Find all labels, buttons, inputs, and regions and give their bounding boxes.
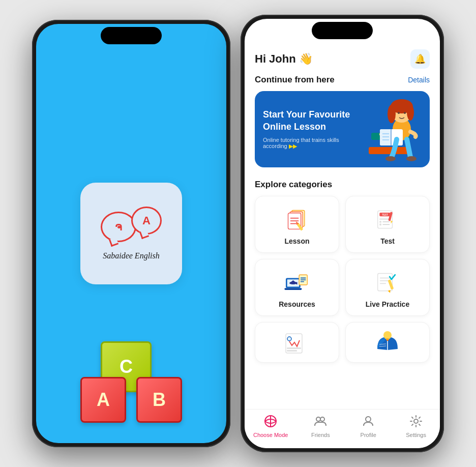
svg-point-64 xyxy=(316,417,320,421)
svg-text:TEST: TEST xyxy=(382,214,388,216)
svg-rect-54 xyxy=(287,347,301,349)
blocks-container: C A B xyxy=(80,341,182,423)
category-card-live-practice[interactable]: Live Practice xyxy=(345,259,430,316)
svg-point-8 xyxy=(398,112,400,114)
svg-rect-43 xyxy=(300,277,306,278)
explore-title: Explore categories xyxy=(255,180,430,190)
dynamic-island-left xyxy=(101,27,162,44)
friends-icon xyxy=(314,415,327,430)
categories-grid: Lesson TEST xyxy=(255,196,430,363)
svg-rect-41 xyxy=(296,282,297,284)
nav-settings[interactable]: Settings xyxy=(401,415,431,438)
banner-arrow: ▶▶ xyxy=(289,143,297,149)
settings-label: Settings xyxy=(406,432,426,438)
svg-point-17 xyxy=(406,156,416,161)
svg-point-65 xyxy=(320,417,324,421)
svg-rect-44 xyxy=(300,279,306,280)
svg-rect-45 xyxy=(300,281,304,282)
resources-label: Resources xyxy=(279,300,315,308)
bubble-right: A xyxy=(131,207,162,235)
choose-mode-label: Choose Mode xyxy=(253,432,288,438)
bottom-nav: Choose Mode Friends xyxy=(245,409,440,448)
app-logo-text: Sabaidee English xyxy=(103,251,160,260)
explore-section: Explore categories xyxy=(245,173,440,409)
block-b: B xyxy=(136,377,182,423)
svg-rect-30 xyxy=(379,221,381,223)
bubble-left: ຈ xyxy=(101,212,136,242)
section-header: Continue from here Details xyxy=(255,75,430,85)
svg-point-6 xyxy=(388,105,396,123)
right-phone: Hi John 👋 🔔 Continue from here Details S… xyxy=(241,15,444,452)
dynamic-island-right xyxy=(312,22,373,39)
profile-icon xyxy=(362,415,375,430)
svg-point-16 xyxy=(385,156,396,161)
category-card-5[interactable] xyxy=(255,322,339,363)
cat6-icon xyxy=(372,331,403,357)
banner-title: Start Your Favourite Online Lesson xyxy=(263,109,350,133)
test-label: Test xyxy=(380,237,395,245)
svg-rect-55 xyxy=(287,350,297,352)
header-greeting: Hi John 👋 xyxy=(255,52,313,66)
right-screen: Hi John 👋 🔔 Continue from here Details S… xyxy=(245,19,440,448)
svg-rect-32 xyxy=(379,223,381,225)
category-card-lesson[interactable]: Lesson xyxy=(255,196,339,253)
category-card-test[interactable]: TEST Test xyxy=(345,196,430,253)
svg-point-9 xyxy=(404,112,406,114)
banner-subtitle: Online tutoring that trains skills accor… xyxy=(263,137,350,150)
lesson-icon xyxy=(282,207,312,232)
profile-label: Profile xyxy=(361,432,376,438)
svg-point-7 xyxy=(407,104,414,121)
svg-rect-0 xyxy=(369,147,409,154)
block-a: A xyxy=(80,377,126,423)
svg-point-57 xyxy=(383,331,392,339)
continue-section: Continue from here Details Start Your Fa… xyxy=(245,75,440,173)
lesson-label: Lesson xyxy=(284,237,309,245)
logo-speech-bubbles: ຈ A xyxy=(101,207,162,247)
svg-rect-38 xyxy=(284,288,302,290)
resources-icon xyxy=(282,270,312,295)
bell-button[interactable]: 🔔 xyxy=(410,49,430,69)
svg-rect-11 xyxy=(380,129,391,145)
cat5-icon xyxy=(282,331,312,357)
nav-choose-mode[interactable]: Choose Mode xyxy=(253,415,288,438)
details-link[interactable]: Details xyxy=(408,76,430,84)
choose-mode-icon xyxy=(264,415,277,430)
svg-rect-58 xyxy=(386,338,389,340)
left-screen: ຈ A Sabaidee English C A B xyxy=(36,24,226,443)
continue-title: Continue from here xyxy=(255,75,335,85)
svg-point-66 xyxy=(366,417,371,422)
left-phone: ຈ A Sabaidee English C A B xyxy=(32,20,230,447)
friends-label: Friends xyxy=(311,432,330,438)
nav-profile[interactable]: Profile xyxy=(353,415,383,438)
svg-rect-59 xyxy=(386,340,389,341)
live-practice-label: Live Practice xyxy=(366,300,409,308)
test-icon: TEST xyxy=(372,207,403,232)
svg-point-67 xyxy=(414,419,418,423)
banner-card[interactable]: Start Your Favourite Online Lesson Onlin… xyxy=(255,91,430,167)
banner-image xyxy=(353,91,430,167)
category-card-6[interactable] xyxy=(345,322,430,363)
category-card-resources[interactable]: Resources xyxy=(255,259,339,316)
live-practice-icon xyxy=(372,270,403,295)
app-logo-container: ຈ A Sabaidee English xyxy=(80,183,182,284)
nav-friends[interactable]: Friends xyxy=(305,415,336,438)
svg-point-53 xyxy=(287,337,291,341)
settings-icon xyxy=(409,415,423,430)
